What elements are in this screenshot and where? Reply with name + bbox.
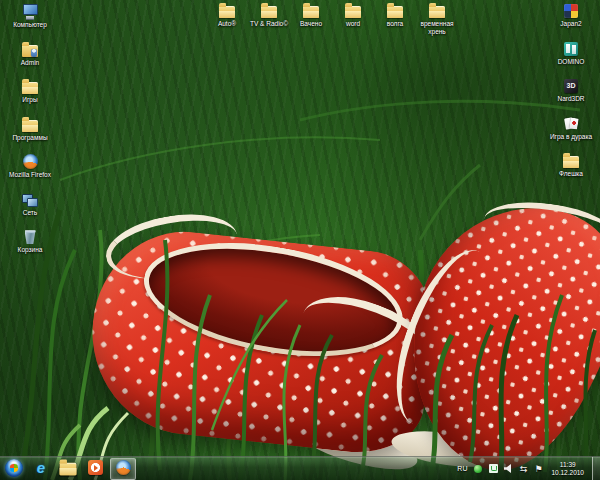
japan-icon: [564, 4, 578, 18]
desktop-icon-word-folder[interactable]: word: [334, 3, 372, 28]
green-status-glyph: [474, 465, 482, 473]
desktop-icon-label: Программы: [12, 134, 47, 142]
taskbar-app-media-player[interactable]: [83, 459, 107, 479]
green-status-icon[interactable]: [473, 463, 483, 475]
network-icon: [22, 192, 38, 207]
front-shoe: [81, 213, 440, 467]
cards-icon: [564, 117, 579, 131]
taskbar-clock[interactable]: 11:39 10.12.2010: [551, 461, 584, 477]
desktop-icon-flash-folder[interactable]: Флешка: [543, 153, 599, 178]
desktop-icon-label: Mozilla Firefox: [9, 171, 51, 179]
nard3d-icon: 3D: [564, 79, 578, 93]
desktop-icon-domino[interactable]: DOMINO: [543, 41, 599, 66]
clock-time: 11:39: [551, 461, 584, 469]
show-desktop-button[interactable]: [592, 457, 600, 480]
desktop-icon-label: Nard3DR: [557, 95, 584, 103]
desktop-icons-left: КомпьютерAdminИгрыПрограммыMozilla Firef…: [1, 3, 59, 254]
desktop-icon-label: Japan2: [560, 20, 581, 28]
folder-icon: [219, 6, 235, 18]
desktop-icon-label: Admin: [21, 59, 39, 67]
internet-explorer-icon: e: [37, 461, 45, 475]
desktop: КомпьютерAdminИгрыПрограммыMozilla Firef…: [0, 0, 600, 480]
folder-icon: [429, 6, 445, 18]
desktop-icon-label: временная хрень: [418, 20, 456, 35]
desktop-icon-japan2[interactable]: Japan2: [543, 3, 599, 28]
windows-explorer-icon: [60, 463, 77, 476]
folder-icon: [345, 6, 361, 18]
desktop-icon-durak-game[interactable]: Игра в дурака: [543, 116, 599, 141]
start-button[interactable]: [2, 459, 26, 479]
firefox-icon: [116, 460, 131, 475]
utorrent-glyph: [489, 464, 498, 473]
folder-icon: [261, 6, 277, 18]
taskbar-pinned-apps: e: [29, 458, 136, 480]
desktop-icon-tv-radio-folder[interactable]: TV & Radio©: [250, 3, 288, 28]
desktop-icons-right: Japan2DOMINO3DNard3DRИгра в дуракаФлешка: [543, 3, 599, 178]
desktop-icon-label: Вачено: [300, 20, 322, 28]
folder-user-icon: [22, 45, 38, 57]
folder-icon: [563, 156, 579, 168]
desktop-icon-nard3d[interactable]: 3DNard3DR: [543, 78, 599, 103]
desktop-icon-temp-stuff-folder[interactable]: временная хрень: [418, 3, 456, 35]
folder-icon: [387, 6, 403, 18]
folder-icon: [22, 120, 38, 132]
desktop-icon-network[interactable]: Сеть: [1, 192, 59, 217]
system-tray: RU 11:39 10.12.2010: [456, 457, 598, 480]
desktop-icon-vacheno-folder[interactable]: Вачено: [292, 3, 330, 28]
desktop-icon-label: Игра в дурака: [550, 133, 592, 141]
folder-icon: [303, 6, 319, 18]
desktop-icon-label: Компьютер: [13, 21, 47, 29]
media-player-icon: [88, 460, 103, 475]
taskbar-app-internet-explorer[interactable]: e: [29, 459, 53, 479]
taskbar-app-firefox[interactable]: [110, 458, 136, 480]
domino-icon: [564, 42, 578, 56]
folder-icon: [22, 82, 38, 94]
utorrent-icon[interactable]: [488, 463, 498, 475]
desktop-icon-volga-folder[interactable]: волга: [376, 3, 414, 28]
network-sync-icon[interactable]: [518, 463, 528, 475]
desktop-icon-label: DOMINO: [558, 58, 585, 66]
desktop-icon-label: word: [346, 20, 360, 28]
windows-start-orb-icon: [5, 459, 23, 477]
desktop-icon-label: Игры: [22, 96, 37, 104]
action-center-flag-icon[interactable]: [533, 463, 543, 475]
desktop-icon-games-folder[interactable]: Игры: [1, 79, 59, 104]
desktop-icon-programs-folder[interactable]: Программы: [1, 117, 59, 142]
tray-icons: [473, 463, 543, 475]
desktop-icon-label: Сеть: [23, 209, 37, 217]
desktop-icon-label: TV & Radio©: [250, 20, 288, 28]
clock-date: 10.12.2010: [551, 469, 584, 477]
desktop-icon-admin-folder[interactable]: Admin: [1, 42, 59, 67]
volume-icon[interactable]: [503, 463, 513, 475]
desktop-icon-label: Auto®: [218, 20, 236, 28]
desktop-icon-label: Флешка: [559, 170, 583, 178]
desktop-icons-top: Auto®TV & Radio©Ваченоwordволгавременная…: [208, 3, 456, 35]
desktop-icon-firefox[interactable]: Mozilla Firefox: [1, 154, 59, 179]
desktop-icon-computer[interactable]: Компьютер: [1, 3, 59, 29]
volume-glyph: [504, 464, 513, 473]
computer-icon: [22, 4, 38, 19]
recycle-icon: [25, 230, 36, 244]
taskbar: e RU 11:39 10.12.2010: [0, 456, 600, 480]
taskbar-app-windows-explorer[interactable]: [56, 459, 80, 479]
language-indicator[interactable]: RU: [456, 465, 468, 472]
desktop-icon-label: Корзина: [18, 246, 43, 254]
desktop-icon-label: волга: [387, 20, 404, 28]
desktop-icon-auto-folder[interactable]: Auto®: [208, 3, 246, 28]
desktop-icon-recycle-bin[interactable]: Корзина: [1, 229, 59, 254]
firefox-icon: [23, 154, 38, 169]
